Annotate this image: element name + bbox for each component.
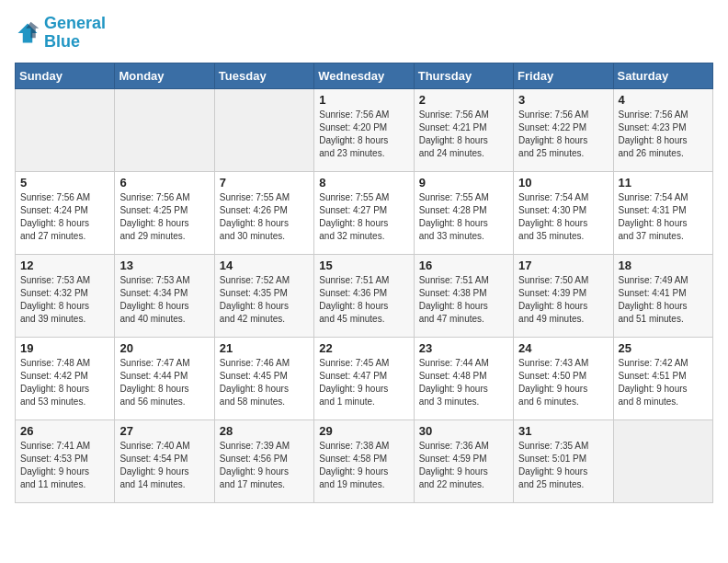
calendar-cell: 16Sunrise: 7:51 AM Sunset: 4:38 PM Dayli… [414, 254, 513, 337]
day-number: 27 [119, 424, 209, 438]
day-number: 9 [419, 176, 508, 190]
day-number: 23 [419, 341, 508, 355]
calendar-cell: 13Sunrise: 7:53 AM Sunset: 4:34 PM Dayli… [115, 254, 214, 337]
day-detail: Sunrise: 7:56 AM Sunset: 4:23 PM Dayligh… [619, 109, 708, 160]
day-number: 12 [20, 259, 109, 272]
calendar-cell: 2Sunrise: 7:56 AM Sunset: 4:21 PM Daylig… [414, 88, 513, 171]
calendar-cell: 9Sunrise: 7:55 AM Sunset: 4:28 PM Daylig… [414, 171, 513, 254]
day-detail: Sunrise: 7:36 AM Sunset: 4:59 PM Dayligh… [419, 440, 508, 491]
day-number: 28 [220, 424, 309, 438]
logo: General Blue [15, 15, 106, 52]
day-of-week-header: Sunday [16, 63, 115, 88]
day-detail: Sunrise: 7:49 AM Sunset: 4:41 PM Dayligh… [619, 274, 708, 326]
logo-icon [15, 20, 40, 46]
day-detail: Sunrise: 7:43 AM Sunset: 4:50 PM Dayligh… [518, 357, 608, 408]
calendar-cell: 11Sunrise: 7:54 AM Sunset: 4:31 PM Dayli… [613, 171, 712, 254]
day-number: 21 [220, 341, 309, 355]
calendar-header: SundayMondayTuesdayWednesdayThursdayFrid… [16, 63, 713, 88]
calendar-week-row: 1Sunrise: 7:56 AM Sunset: 4:20 PM Daylig… [16, 88, 713, 171]
calendar-cell [613, 419, 712, 502]
day-number: 25 [619, 341, 708, 355]
page-header: General Blue [15, 15, 713, 52]
calendar-table: SundayMondayTuesdayWednesdayThursdayFrid… [15, 63, 713, 503]
day-number: 18 [619, 259, 708, 272]
day-detail: Sunrise: 7:56 AM Sunset: 4:20 PM Dayligh… [319, 109, 408, 160]
day-number: 1 [319, 93, 408, 107]
calendar-cell: 6Sunrise: 7:56 AM Sunset: 4:25 PM Daylig… [115, 171, 214, 254]
day-detail: Sunrise: 7:41 AM Sunset: 4:53 PM Dayligh… [20, 440, 109, 491]
day-number: 19 [20, 341, 109, 355]
day-detail: Sunrise: 7:45 AM Sunset: 4:47 PM Dayligh… [319, 357, 408, 408]
day-number: 4 [619, 93, 708, 107]
calendar-cell: 31Sunrise: 7:35 AM Sunset: 5:01 PM Dayli… [514, 419, 613, 502]
day-detail: Sunrise: 7:51 AM Sunset: 4:38 PM Dayligh… [419, 274, 508, 326]
day-number: 24 [518, 341, 608, 355]
day-number: 20 [119, 341, 209, 355]
day-detail: Sunrise: 7:48 AM Sunset: 4:42 PM Dayligh… [20, 357, 109, 408]
day-of-week-header: Friday [514, 63, 613, 88]
calendar-cell: 1Sunrise: 7:56 AM Sunset: 4:20 PM Daylig… [314, 88, 414, 171]
day-detail: Sunrise: 7:56 AM Sunset: 4:22 PM Dayligh… [518, 109, 608, 160]
day-detail: Sunrise: 7:51 AM Sunset: 4:36 PM Dayligh… [319, 274, 408, 326]
calendar-cell: 30Sunrise: 7:36 AM Sunset: 4:59 PM Dayli… [414, 419, 513, 502]
calendar-cell: 26Sunrise: 7:41 AM Sunset: 4:53 PM Dayli… [16, 419, 115, 502]
day-detail: Sunrise: 7:42 AM Sunset: 4:51 PM Dayligh… [619, 357, 708, 408]
day-detail: Sunrise: 7:55 AM Sunset: 4:26 PM Dayligh… [220, 191, 309, 243]
day-of-week-header: Saturday [613, 63, 712, 88]
calendar-cell [115, 88, 214, 171]
calendar-week-row: 26Sunrise: 7:41 AM Sunset: 4:53 PM Dayli… [16, 419, 713, 502]
day-detail: Sunrise: 7:56 AM Sunset: 4:25 PM Dayligh… [119, 191, 209, 243]
day-detail: Sunrise: 7:56 AM Sunset: 4:21 PM Dayligh… [419, 109, 508, 160]
calendar-cell: 7Sunrise: 7:55 AM Sunset: 4:26 PM Daylig… [214, 171, 313, 254]
day-detail: Sunrise: 7:52 AM Sunset: 4:35 PM Dayligh… [220, 274, 309, 326]
calendar-cell [16, 88, 115, 171]
day-of-week-header: Tuesday [214, 63, 313, 88]
calendar-cell: 27Sunrise: 7:40 AM Sunset: 4:54 PM Dayli… [115, 419, 214, 502]
day-number: 11 [619, 176, 708, 190]
day-number: 31 [518, 424, 608, 438]
calendar-cell: 21Sunrise: 7:46 AM Sunset: 4:45 PM Dayli… [214, 337, 313, 419]
day-of-week-header: Wednesday [314, 63, 414, 88]
day-detail: Sunrise: 7:39 AM Sunset: 4:56 PM Dayligh… [220, 440, 309, 491]
day-number: 10 [518, 176, 608, 190]
day-number: 8 [319, 176, 408, 190]
day-detail: Sunrise: 7:54 AM Sunset: 4:30 PM Dayligh… [518, 191, 608, 243]
logo-text: General Blue [44, 15, 106, 52]
day-detail: Sunrise: 7:55 AM Sunset: 4:28 PM Dayligh… [419, 191, 508, 243]
calendar-cell: 3Sunrise: 7:56 AM Sunset: 4:22 PM Daylig… [514, 88, 613, 171]
calendar-cell: 29Sunrise: 7:38 AM Sunset: 4:58 PM Dayli… [314, 419, 414, 502]
day-number: 29 [319, 424, 408, 438]
day-number: 26 [20, 424, 109, 438]
day-detail: Sunrise: 7:54 AM Sunset: 4:31 PM Dayligh… [619, 191, 708, 243]
day-number: 2 [419, 93, 508, 107]
day-number: 15 [319, 259, 408, 272]
calendar-cell: 20Sunrise: 7:47 AM Sunset: 4:44 PM Dayli… [115, 337, 214, 419]
calendar-week-row: 5Sunrise: 7:56 AM Sunset: 4:24 PM Daylig… [16, 171, 713, 254]
day-number: 22 [319, 341, 408, 355]
day-detail: Sunrise: 7:53 AM Sunset: 4:34 PM Dayligh… [119, 274, 209, 326]
calendar-cell: 17Sunrise: 7:50 AM Sunset: 4:39 PM Dayli… [514, 254, 613, 337]
calendar-cell: 5Sunrise: 7:56 AM Sunset: 4:24 PM Daylig… [16, 171, 115, 254]
calendar-cell: 23Sunrise: 7:44 AM Sunset: 4:48 PM Dayli… [414, 337, 513, 419]
day-detail: Sunrise: 7:50 AM Sunset: 4:39 PM Dayligh… [518, 274, 608, 326]
day-number: 17 [518, 259, 608, 272]
calendar-cell: 25Sunrise: 7:42 AM Sunset: 4:51 PM Dayli… [613, 337, 712, 419]
calendar-week-row: 19Sunrise: 7:48 AM Sunset: 4:42 PM Dayli… [16, 337, 713, 419]
day-detail: Sunrise: 7:56 AM Sunset: 4:24 PM Dayligh… [20, 191, 109, 243]
day-number: 6 [119, 176, 209, 190]
calendar-week-row: 12Sunrise: 7:53 AM Sunset: 4:32 PM Dayli… [16, 254, 713, 337]
day-number: 5 [20, 176, 109, 190]
calendar-cell: 15Sunrise: 7:51 AM Sunset: 4:36 PM Dayli… [314, 254, 414, 337]
day-detail: Sunrise: 7:44 AM Sunset: 4:48 PM Dayligh… [419, 357, 508, 408]
day-detail: Sunrise: 7:55 AM Sunset: 4:27 PM Dayligh… [319, 191, 408, 243]
day-number: 3 [518, 93, 608, 107]
day-detail: Sunrise: 7:38 AM Sunset: 4:58 PM Dayligh… [319, 440, 408, 491]
day-detail: Sunrise: 7:47 AM Sunset: 4:44 PM Dayligh… [119, 357, 209, 408]
day-of-week-header: Thursday [414, 63, 513, 88]
calendar-cell: 14Sunrise: 7:52 AM Sunset: 4:35 PM Dayli… [214, 254, 313, 337]
day-of-week-header: Monday [115, 63, 214, 88]
calendar-cell: 12Sunrise: 7:53 AM Sunset: 4:32 PM Dayli… [16, 254, 115, 337]
day-number: 30 [419, 424, 508, 438]
day-number: 7 [220, 176, 309, 190]
calendar-cell [214, 88, 313, 171]
